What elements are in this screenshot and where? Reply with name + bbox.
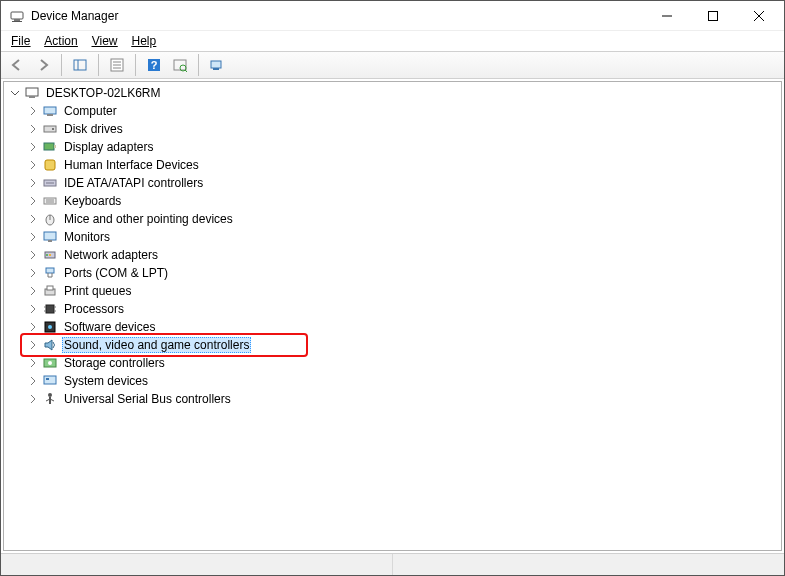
expand-icon[interactable]	[26, 194, 40, 208]
svg-rect-4	[709, 11, 718, 20]
svg-point-40	[49, 254, 51, 256]
tree-category[interactable]: Sound, video and game controllers	[6, 336, 781, 354]
processor-icon	[42, 301, 58, 317]
tree-category[interactable]: Network adapters	[6, 246, 781, 264]
toolbar-separator	[98, 54, 99, 76]
tree-category-label: Disk drives	[62, 122, 125, 136]
svg-line-17	[185, 70, 187, 72]
tree-category[interactable]: Print queues	[6, 282, 781, 300]
keyboard-icon	[42, 193, 58, 209]
svg-rect-41	[46, 268, 54, 273]
back-button[interactable]	[5, 54, 29, 76]
toolbar-separator	[135, 54, 136, 76]
expand-icon[interactable]	[26, 176, 40, 190]
tree-category[interactable]: Disk drives	[6, 120, 781, 138]
menu-file[interactable]: File	[7, 33, 34, 49]
minimize-button[interactable]	[644, 1, 690, 31]
forward-button[interactable]	[31, 54, 55, 76]
tree-category-label: Software devices	[62, 320, 157, 334]
tree-category[interactable]: Universal Serial Bus controllers	[6, 390, 781, 408]
tree-category-label: Universal Serial Bus controllers	[62, 392, 233, 406]
tree-category-label: Processors	[62, 302, 126, 316]
expand-icon[interactable]	[26, 284, 40, 298]
svg-rect-20	[26, 88, 38, 96]
expand-icon[interactable]	[26, 104, 40, 118]
printer-icon	[42, 283, 58, 299]
tree-category[interactable]: Human Interface Devices	[6, 156, 781, 174]
show-devices-button[interactable]	[205, 54, 229, 76]
tree-category[interactable]: Software devices	[6, 318, 781, 336]
mouse-icon	[42, 211, 58, 227]
tree-category[interactable]: Computer	[6, 102, 781, 120]
collapse-icon[interactable]	[8, 86, 22, 100]
menu-view[interactable]: View	[88, 33, 122, 49]
menu-help[interactable]: Help	[128, 33, 161, 49]
svg-rect-31	[44, 198, 56, 204]
tree-category-label: Computer	[62, 104, 119, 118]
tree-category-label: IDE ATA/ATAPI controllers	[62, 176, 205, 190]
maximize-button[interactable]	[690, 1, 736, 31]
menubar: File Action View Help	[1, 31, 784, 51]
expand-icon[interactable]	[26, 338, 40, 352]
svg-point-55	[48, 393, 52, 397]
expand-icon[interactable]	[26, 320, 40, 334]
show-hide-tree-button[interactable]	[68, 54, 92, 76]
tree-category[interactable]: Processors	[6, 300, 781, 318]
expand-icon[interactable]	[26, 140, 40, 154]
svg-point-39	[46, 254, 48, 256]
help-button[interactable]: ?	[142, 54, 166, 76]
expand-icon[interactable]	[26, 248, 40, 262]
expand-icon[interactable]	[26, 392, 40, 406]
expand-icon[interactable]	[26, 266, 40, 280]
tree-category-label: Network adapters	[62, 248, 160, 262]
titlebar: Device Manager	[1, 1, 784, 31]
tree-category[interactable]: Keyboards	[6, 192, 781, 210]
properties-button[interactable]	[105, 54, 129, 76]
computer-icon	[24, 85, 40, 101]
svg-rect-7	[74, 60, 86, 70]
tree-category[interactable]: IDE ATA/ATAPI controllers	[6, 174, 781, 192]
expand-icon[interactable]	[26, 122, 40, 136]
svg-point-50	[48, 325, 52, 329]
svg-rect-18	[211, 61, 221, 68]
svg-rect-28	[45, 160, 55, 170]
tree-category[interactable]: Display adapters	[6, 138, 781, 156]
tree-category-label: System devices	[62, 374, 150, 388]
tree-category-label: Print queues	[62, 284, 133, 298]
tree-category-label: Monitors	[62, 230, 112, 244]
disk-icon	[42, 121, 58, 137]
tree-category[interactable]: Ports (COM & LPT)	[6, 264, 781, 282]
svg-rect-27	[54, 145, 56, 148]
expand-icon[interactable]	[26, 356, 40, 370]
statusbar-cell	[1, 554, 393, 575]
svg-rect-53	[44, 376, 56, 384]
tree-category-label: Keyboards	[62, 194, 123, 208]
menu-action[interactable]: Action	[40, 33, 81, 49]
expand-icon[interactable]	[26, 158, 40, 172]
usb-icon	[42, 391, 58, 407]
tree-category[interactable]: Monitors	[6, 228, 781, 246]
svg-rect-2	[12, 21, 22, 22]
sound-icon	[42, 337, 58, 353]
scan-hardware-button[interactable]	[168, 54, 192, 76]
expand-icon[interactable]	[26, 374, 40, 388]
toolbar-separator	[61, 54, 62, 76]
tree-root[interactable]: DESKTOP-02LK6RM	[6, 84, 781, 102]
device-manager-icon	[9, 8, 25, 24]
computer-icon	[42, 103, 58, 119]
monitor-icon	[42, 229, 58, 245]
tree-category[interactable]: System devices	[6, 372, 781, 390]
tree-category[interactable]: Mice and other pointing devices	[6, 210, 781, 228]
expand-icon[interactable]	[26, 212, 40, 226]
tree-category-label: Storage controllers	[62, 356, 167, 370]
expand-icon[interactable]	[26, 230, 40, 244]
tree-category[interactable]: Storage controllers	[6, 354, 781, 372]
network-icon	[42, 247, 58, 263]
device-tree[interactable]: DESKTOP-02LK6RM ComputerDisk drivesDispl…	[3, 81, 782, 551]
expand-icon[interactable]	[26, 302, 40, 316]
close-button[interactable]	[736, 1, 782, 31]
tree-category-label: Mice and other pointing devices	[62, 212, 235, 226]
svg-rect-21	[29, 96, 35, 98]
software-icon	[42, 319, 58, 335]
svg-rect-44	[46, 305, 54, 313]
